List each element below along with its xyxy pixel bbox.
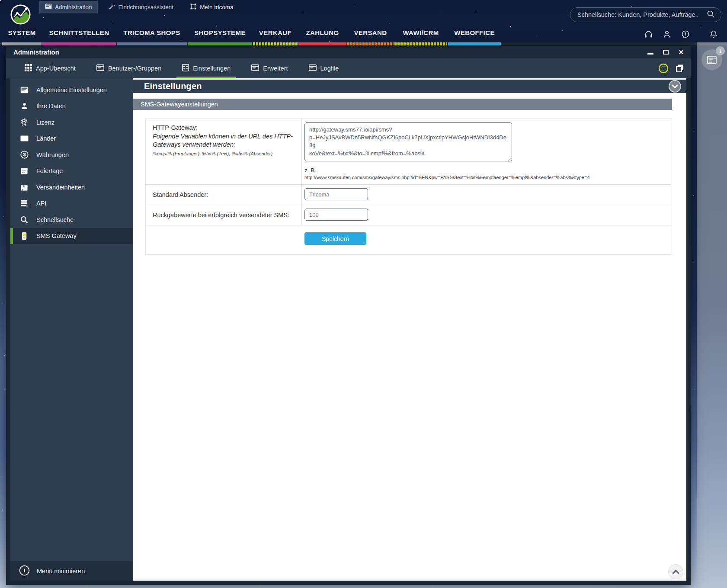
tab-logfile[interactable]: Logfile [303,58,345,78]
sidebar-item-feiertage[interactable]: Feiertage [10,163,133,180]
nav-weboffice[interactable]: WEBOFFICE [448,27,501,45]
tab-label: Logfile [320,65,339,72]
nav-schnittstellen[interactable]: SCHNITTSTELLEN [42,27,116,45]
medal-icon [20,118,29,126]
window-icon [96,64,104,72]
sidebar-item-sms-gateway[interactable]: SMS Gateway [10,228,133,244]
sidebar-item-waehrungen[interactable]: $ Währungen [10,147,133,163]
sidebar-item-label: Allgemeine Einstellungen [36,87,107,93]
global-search [570,7,721,22]
taskbar-item-label: Administration [55,4,92,10]
tab-erweitert[interactable]: Erweitert [246,58,293,78]
scroll-to-top-button[interactable] [668,564,683,579]
example-url: http://www.smskaufen.com/sms/gateway/sms… [304,175,667,180]
example-label: z. B. [304,167,667,174]
menu-minimize-button[interactable]: Menü minimieren [10,561,133,581]
collapse-section-button[interactable] [669,80,681,93]
window-icon [309,64,317,72]
http-gateway-hint: Folgende Variablen können in der URL des… [153,132,295,149]
wand-icon [109,3,115,11]
sidebar-item-label: Währungen [36,151,69,158]
sidebar-item-label: Feiertage [36,167,63,174]
sms-gateway-form: HTTP-Gateway: Folgende Variablen können … [145,119,672,255]
desktop: Administration Einrichtungsassistent Mei… [0,0,727,588]
nav-versand[interactable]: VERSAND [347,27,394,45]
window-icon [707,56,717,64]
sidebar-item-label: SMS Gateway [36,232,77,239]
save-button[interactable]: Speichern [304,232,366,245]
taskbar: Administration Einrichtungsassistent Mei… [40,1,238,13]
nav-wawi-crm[interactable]: WAWI/CRM [394,27,447,45]
http-gateway-textarea[interactable] [304,122,512,161]
tab-app-uebersicht[interactable]: App-Übersicht [19,58,81,78]
sidebar-item-api[interactable]: API [10,196,133,212]
minimize-button[interactable] [647,53,653,55]
nav-zahlung[interactable]: ZAHLUNG [298,27,346,45]
refresh-icon[interactable] [658,63,669,74]
settings-content: Einstellungen SMS-Gatewayeinstellungen H… [133,78,686,581]
copy-windows-icon[interactable] [675,64,685,73]
sidebar-item-laender[interactable]: Länder [10,131,133,147]
form-row-rueckgabewerte: Rückgabewerte bei erfolgreich versendete… [146,205,672,225]
tabbar-actions [658,58,685,78]
sidebar-item-versandeinheiten[interactable]: Versandeinheiten [10,179,133,196]
nav-shopsysteme[interactable]: SHOPSYSTEME [188,27,252,45]
user-icon[interactable] [662,29,672,39]
standard-absender-label: Standard Absender: [146,185,302,205]
tab-einstellungen[interactable]: Einstellungen [176,58,236,78]
window-titlebar[interactable]: Administration ✕ [6,46,691,58]
http-gateway-label: HTTP-Gateway: [153,124,295,131]
sidebar-item-label: Länder [36,135,56,142]
window-icon [251,64,259,72]
rueckgabewerte-input[interactable] [304,209,368,221]
tricoma-logo[interactable] [10,4,31,25]
bell-icon[interactable] [709,29,718,39]
tab-label: Erweitert [263,65,288,72]
sidebar-item-label: Schnellsuche [36,216,74,223]
sidebar-item-label: Ihre Daten [36,103,66,109]
search-icon[interactable] [707,10,715,20]
standard-absender-input[interactable] [304,188,368,200]
sidebar-item-label: API [36,200,46,207]
sidebar-item-label: Versandeinheiten [36,184,85,191]
window-title: Administration [13,48,647,56]
empty-cell [146,225,302,254]
maximize-button[interactable] [663,50,669,55]
tab-label: App-Übersicht [36,65,76,72]
nav-verkauf[interactable]: VERKAUF [253,27,298,45]
tab-benutzer-gruppen[interactable]: Benutzer-/Gruppen [91,58,167,78]
collapse-circle-icon [19,565,30,577]
taskbar-item-einrichtungsassistent[interactable]: Einrichtungsassistent [103,1,179,13]
dock-minimized-window[interactable]: 1 [701,49,722,70]
http-gateway-variables-hint: %empf% (Empfänger), %txt% (Text), %abs% … [153,151,295,156]
nav-system[interactable]: SYSTEM [2,27,42,45]
sidebar-item-label: Lizenz [36,119,54,126]
phone-icon [20,232,29,240]
sidebar-item-schnellsuche[interactable]: Schnellsuche [10,212,133,228]
search-input[interactable] [577,11,707,18]
checklist-icon [182,64,189,73]
form-row-http-gateway: HTTP-Gateway: Folgende Variablen können … [146,119,672,185]
calendar-icon [20,167,29,175]
headset-icon[interactable] [644,29,653,39]
page-title: Einstellungen [133,80,686,93]
sidebar-item-ihre-daten[interactable]: Ihre Daten [10,98,133,115]
form-row-save: Speichern [146,225,672,254]
module-icon [190,3,197,11]
svg-text:$: $ [23,152,26,157]
settings-sidebar: Allgemeine Einstellungen Ihre Daten Lize… [10,78,133,581]
main-nav: SYSTEM SCHNITTSTELLEN TRICOMA SHOPS SHOP… [2,27,501,45]
sidebar-item-allgemeine-einstellungen[interactable]: Allgemeine Einstellungen [10,82,133,98]
alert-circle-icon[interactable] [681,29,690,39]
chevron-up-icon [672,569,679,574]
tab-label: Einstellungen [193,65,231,72]
close-button[interactable]: ✕ [678,49,684,55]
window-controls: ✕ [647,49,684,55]
administration-window: Administration ✕ App-Übersicht Benutzer-… [6,46,691,585]
taskbar-item-administration[interactable]: Administration [40,1,97,13]
taskbar-item-label: Einrichtungsassistent [118,4,174,10]
nav-tricoma-shops[interactable]: TRICOMA SHOPS [117,27,187,45]
section-header: SMS-Gatewayeinstellungen [133,99,672,110]
sidebar-item-lizenz[interactable]: Lizenz [10,114,133,131]
taskbar-item-mein-tricoma[interactable]: Mein tricoma [185,1,238,13]
